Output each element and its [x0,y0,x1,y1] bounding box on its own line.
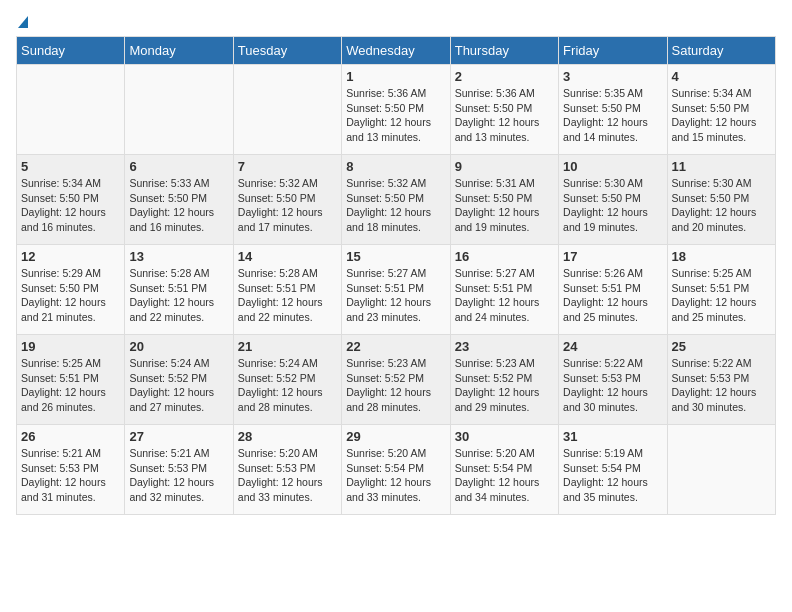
calendar-week-row: 19Sunrise: 5:25 AM Sunset: 5:51 PM Dayli… [17,335,776,425]
calendar-day-cell: 5Sunrise: 5:34 AM Sunset: 5:50 PM Daylig… [17,155,125,245]
empty-day-cell [17,65,125,155]
day-number: 4 [672,69,771,84]
calendar-day-cell: 7Sunrise: 5:32 AM Sunset: 5:50 PM Daylig… [233,155,341,245]
calendar-day-cell: 31Sunrise: 5:19 AM Sunset: 5:54 PM Dayli… [559,425,667,515]
day-info: Sunrise: 5:21 AM Sunset: 5:53 PM Dayligh… [129,446,228,505]
day-number: 10 [563,159,662,174]
calendar-week-row: 26Sunrise: 5:21 AM Sunset: 5:53 PM Dayli… [17,425,776,515]
calendar-day-cell: 9Sunrise: 5:31 AM Sunset: 5:50 PM Daylig… [450,155,558,245]
calendar-day-cell: 30Sunrise: 5:20 AM Sunset: 5:54 PM Dayli… [450,425,558,515]
day-number: 7 [238,159,337,174]
day-info: Sunrise: 5:33 AM Sunset: 5:50 PM Dayligh… [129,176,228,235]
day-number: 1 [346,69,445,84]
day-info: Sunrise: 5:24 AM Sunset: 5:52 PM Dayligh… [129,356,228,415]
day-info: Sunrise: 5:20 AM Sunset: 5:54 PM Dayligh… [346,446,445,505]
day-number: 8 [346,159,445,174]
calendar-day-cell: 26Sunrise: 5:21 AM Sunset: 5:53 PM Dayli… [17,425,125,515]
day-info: Sunrise: 5:36 AM Sunset: 5:50 PM Dayligh… [346,86,445,145]
calendar-day-cell: 14Sunrise: 5:28 AM Sunset: 5:51 PM Dayli… [233,245,341,335]
day-info: Sunrise: 5:28 AM Sunset: 5:51 PM Dayligh… [238,266,337,325]
day-info: Sunrise: 5:30 AM Sunset: 5:50 PM Dayligh… [563,176,662,235]
day-number: 19 [21,339,120,354]
calendar-day-cell: 15Sunrise: 5:27 AM Sunset: 5:51 PM Dayli… [342,245,450,335]
calendar-table: SundayMondayTuesdayWednesdayThursdayFrid… [16,36,776,515]
weekday-header-sunday: Sunday [17,37,125,65]
day-number: 3 [563,69,662,84]
calendar-day-cell: 18Sunrise: 5:25 AM Sunset: 5:51 PM Dayli… [667,245,775,335]
weekday-header-monday: Monday [125,37,233,65]
day-number: 22 [346,339,445,354]
day-info: Sunrise: 5:31 AM Sunset: 5:50 PM Dayligh… [455,176,554,235]
calendar-day-cell: 27Sunrise: 5:21 AM Sunset: 5:53 PM Dayli… [125,425,233,515]
day-info: Sunrise: 5:29 AM Sunset: 5:50 PM Dayligh… [21,266,120,325]
calendar-day-cell: 22Sunrise: 5:23 AM Sunset: 5:52 PM Dayli… [342,335,450,425]
day-info: Sunrise: 5:19 AM Sunset: 5:54 PM Dayligh… [563,446,662,505]
day-info: Sunrise: 5:22 AM Sunset: 5:53 PM Dayligh… [672,356,771,415]
calendar-day-cell: 1Sunrise: 5:36 AM Sunset: 5:50 PM Daylig… [342,65,450,155]
day-info: Sunrise: 5:35 AM Sunset: 5:50 PM Dayligh… [563,86,662,145]
day-number: 17 [563,249,662,264]
calendar-week-row: 1Sunrise: 5:36 AM Sunset: 5:50 PM Daylig… [17,65,776,155]
day-number: 18 [672,249,771,264]
day-info: Sunrise: 5:30 AM Sunset: 5:50 PM Dayligh… [672,176,771,235]
logo-triangle-icon [18,16,28,28]
calendar-header-row: SundayMondayTuesdayWednesdayThursdayFrid… [17,37,776,65]
weekday-header-tuesday: Tuesday [233,37,341,65]
day-number: 11 [672,159,771,174]
day-number: 15 [346,249,445,264]
day-number: 28 [238,429,337,444]
calendar-day-cell: 17Sunrise: 5:26 AM Sunset: 5:51 PM Dayli… [559,245,667,335]
day-info: Sunrise: 5:24 AM Sunset: 5:52 PM Dayligh… [238,356,337,415]
day-info: Sunrise: 5:34 AM Sunset: 5:50 PM Dayligh… [21,176,120,235]
calendar-day-cell: 24Sunrise: 5:22 AM Sunset: 5:53 PM Dayli… [559,335,667,425]
calendar-day-cell: 19Sunrise: 5:25 AM Sunset: 5:51 PM Dayli… [17,335,125,425]
day-info: Sunrise: 5:36 AM Sunset: 5:50 PM Dayligh… [455,86,554,145]
calendar-day-cell: 29Sunrise: 5:20 AM Sunset: 5:54 PM Dayli… [342,425,450,515]
day-info: Sunrise: 5:25 AM Sunset: 5:51 PM Dayligh… [21,356,120,415]
logo [16,16,28,28]
calendar-day-cell: 4Sunrise: 5:34 AM Sunset: 5:50 PM Daylig… [667,65,775,155]
day-info: Sunrise: 5:22 AM Sunset: 5:53 PM Dayligh… [563,356,662,415]
day-number: 14 [238,249,337,264]
day-info: Sunrise: 5:26 AM Sunset: 5:51 PM Dayligh… [563,266,662,325]
calendar-week-row: 5Sunrise: 5:34 AM Sunset: 5:50 PM Daylig… [17,155,776,245]
day-number: 29 [346,429,445,444]
day-info: Sunrise: 5:21 AM Sunset: 5:53 PM Dayligh… [21,446,120,505]
day-info: Sunrise: 5:27 AM Sunset: 5:51 PM Dayligh… [346,266,445,325]
day-info: Sunrise: 5:23 AM Sunset: 5:52 PM Dayligh… [455,356,554,415]
calendar-day-cell: 2Sunrise: 5:36 AM Sunset: 5:50 PM Daylig… [450,65,558,155]
day-info: Sunrise: 5:23 AM Sunset: 5:52 PM Dayligh… [346,356,445,415]
calendar-day-cell: 25Sunrise: 5:22 AM Sunset: 5:53 PM Dayli… [667,335,775,425]
calendar-day-cell: 6Sunrise: 5:33 AM Sunset: 5:50 PM Daylig… [125,155,233,245]
day-info: Sunrise: 5:20 AM Sunset: 5:54 PM Dayligh… [455,446,554,505]
day-number: 30 [455,429,554,444]
day-number: 2 [455,69,554,84]
weekday-header-saturday: Saturday [667,37,775,65]
day-number: 9 [455,159,554,174]
day-number: 24 [563,339,662,354]
day-info: Sunrise: 5:25 AM Sunset: 5:51 PM Dayligh… [672,266,771,325]
day-info: Sunrise: 5:34 AM Sunset: 5:50 PM Dayligh… [672,86,771,145]
weekday-header-thursday: Thursday [450,37,558,65]
day-info: Sunrise: 5:27 AM Sunset: 5:51 PM Dayligh… [455,266,554,325]
calendar-day-cell: 20Sunrise: 5:24 AM Sunset: 5:52 PM Dayli… [125,335,233,425]
day-number: 20 [129,339,228,354]
day-number: 27 [129,429,228,444]
day-number: 26 [21,429,120,444]
empty-day-cell [233,65,341,155]
day-number: 6 [129,159,228,174]
day-number: 25 [672,339,771,354]
day-info: Sunrise: 5:20 AM Sunset: 5:53 PM Dayligh… [238,446,337,505]
day-number: 21 [238,339,337,354]
calendar-week-row: 12Sunrise: 5:29 AM Sunset: 5:50 PM Dayli… [17,245,776,335]
day-info: Sunrise: 5:32 AM Sunset: 5:50 PM Dayligh… [238,176,337,235]
calendar-day-cell: 16Sunrise: 5:27 AM Sunset: 5:51 PM Dayli… [450,245,558,335]
day-number: 31 [563,429,662,444]
day-info: Sunrise: 5:28 AM Sunset: 5:51 PM Dayligh… [129,266,228,325]
empty-day-cell [667,425,775,515]
weekday-header-wednesday: Wednesday [342,37,450,65]
day-number: 23 [455,339,554,354]
day-number: 13 [129,249,228,264]
calendar-day-cell: 28Sunrise: 5:20 AM Sunset: 5:53 PM Dayli… [233,425,341,515]
calendar-day-cell: 10Sunrise: 5:30 AM Sunset: 5:50 PM Dayli… [559,155,667,245]
